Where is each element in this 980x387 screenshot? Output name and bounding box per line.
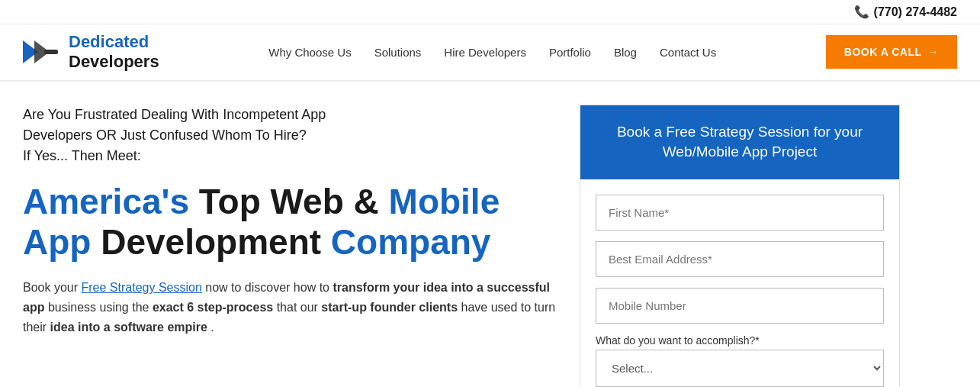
tagline-line3: If Yes... Then Meet: xyxy=(23,148,141,163)
form-header: Book a Free Strategy Session for your We… xyxy=(580,105,899,179)
form-body: What do you want to accomplish?* Select.… xyxy=(580,179,899,387)
headline-mobile: Mobile xyxy=(389,182,500,221)
nav-solutions[interactable]: Solutions xyxy=(374,46,422,59)
body-mid3: that our xyxy=(277,301,322,314)
phone-number-display: 📞 (770) 274-4482 xyxy=(854,5,957,19)
hero-left: Are You Frustrated Dealing With Incompet… xyxy=(23,105,557,387)
nav-portfolio[interactable]: Portfolio xyxy=(549,46,591,59)
body-mid: now to discover how to xyxy=(205,281,333,294)
body-bold3: start-up founder clients xyxy=(321,301,458,314)
body-bold2: exact 6 step-process xyxy=(153,301,273,314)
headline-app: App xyxy=(23,222,91,262)
book-call-label: BOOK A CALL xyxy=(844,46,922,58)
body-end: . xyxy=(210,321,214,334)
tagline-line1: Are You Frustrated Dealing With Incompet… xyxy=(23,107,326,122)
mobile-input[interactable] xyxy=(596,288,884,324)
strategy-form-card: Book a Free Strategy Session for your We… xyxy=(580,105,900,387)
headline-development: Development xyxy=(101,222,331,262)
arrow-icon: → xyxy=(928,46,940,58)
logo-brand-bottom: Developers xyxy=(69,52,159,72)
headline-america: America's xyxy=(23,182,189,221)
free-strategy-link[interactable]: Free Strategy Session xyxy=(82,281,202,294)
email-input[interactable] xyxy=(596,241,884,277)
hero-body-text: Book your Free Strategy Session now to d… xyxy=(23,278,557,338)
main-nav: Why Choose Us Solutions Hire Developers … xyxy=(268,46,716,59)
accomplish-select[interactable]: Select... Build a new app Redesign exist… xyxy=(596,350,884,387)
top-bar: 📞 (770) 274-4482 xyxy=(0,0,980,24)
accomplish-label: What do you want to accomplish?* xyxy=(596,334,884,347)
logo-brand-top: Dedicated xyxy=(69,32,159,52)
phone-icon: 📞 xyxy=(854,5,869,19)
logo-icon xyxy=(23,33,61,71)
nav-blog[interactable]: Blog xyxy=(614,46,637,59)
logo-text: Dedicated Developers xyxy=(69,32,159,73)
hero-headline: America's Top Web & Mobile App Developme… xyxy=(23,182,557,263)
hero-tagline: Are You Frustrated Dealing With Incompet… xyxy=(23,105,557,166)
site-header: Dedicated Developers Why Choose Us Solut… xyxy=(0,24,980,82)
first-name-input[interactable] xyxy=(596,195,884,231)
main-content: Are You Frustrated Dealing With Incompet… xyxy=(0,82,980,387)
nav-hire-developers[interactable]: Hire Developers xyxy=(444,46,526,59)
logo-link[interactable]: Dedicated Developers xyxy=(23,32,159,73)
tagline-line2: Developers OR Just Confused Whom To Hire… xyxy=(23,127,307,143)
headline-top-web: Top Web & xyxy=(199,182,389,221)
nav-why-choose-us[interactable]: Why Choose Us xyxy=(268,46,351,59)
book-call-button[interactable]: BOOK A CALL → xyxy=(826,35,957,69)
accomplish-wrapper: What do you want to accomplish?* Select.… xyxy=(596,334,884,387)
body-mid2: business using the xyxy=(48,301,153,314)
headline-company: Company xyxy=(331,222,491,262)
nav-contact-us[interactable]: Contact Us xyxy=(660,46,716,59)
body-prefix: Book your xyxy=(23,281,78,294)
hero-right: Book a Free Strategy Session for your We… xyxy=(580,105,900,387)
body-bold4: idea into a software empire xyxy=(50,321,207,334)
svg-rect-2 xyxy=(44,50,58,54)
phone-text: (770) 274-4482 xyxy=(874,5,957,19)
